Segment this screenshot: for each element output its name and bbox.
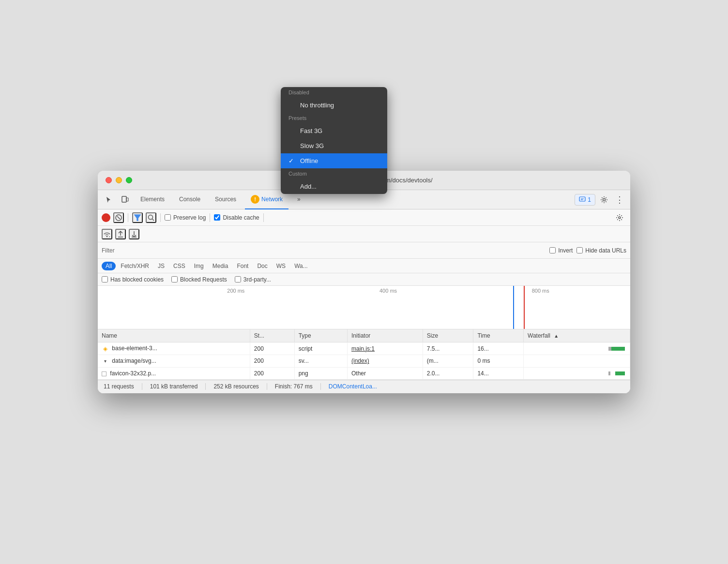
table-row[interactable]: ◈ base-element-3... 200 script main.js:1… — [98, 342, 630, 355]
invert-checkbox[interactable] — [549, 247, 556, 253]
col-type[interactable]: Type — [294, 329, 347, 342]
search-button[interactable] — [146, 212, 156, 223]
cell-type-2: sv... — [294, 355, 347, 368]
finish-time: Finish: 767 ms — [275, 383, 313, 390]
cell-initiator-1: main.js:1 — [348, 342, 423, 355]
cell-waterfall-2 — [524, 355, 630, 368]
col-time[interactable]: Time — [473, 329, 524, 342]
waterfall-bar-green-3 — [615, 371, 625, 375]
close-button[interactable] — [106, 177, 112, 183]
throttle-settings-button[interactable] — [613, 211, 626, 224]
svg-point-11 — [619, 217, 621, 219]
download-icon[interactable] — [129, 229, 139, 239]
devtools-window: DevTools - developer.chrome.com/docs/dev… — [98, 171, 630, 393]
domcontent-loaded[interactable]: DOMContentLoa... — [329, 383, 377, 390]
filter-bar: Filter Invert Hide data URLs — [98, 242, 630, 259]
minimize-button[interactable] — [116, 177, 122, 183]
settings-button[interactable] — [597, 193, 611, 207]
upload-icon[interactable] — [115, 229, 126, 239]
type-btn-all[interactable]: All — [102, 262, 116, 270]
resources-size: 252 kB resources — [213, 383, 258, 390]
hide-data-urls-checkbox[interactable] — [576, 247, 583, 253]
has-blocked-cookies-checkbox[interactable] — [102, 276, 108, 282]
cell-initiator-2: (index) — [348, 355, 423, 368]
network-table: Name St... Type Initiator Size — [98, 329, 630, 380]
toolbar-separator3 — [210, 213, 210, 222]
wifi-settings-icon[interactable] — [102, 229, 112, 239]
timeline-labels: 200 ms 400 ms 800 ms — [98, 286, 630, 296]
filter-label: Filter — [102, 247, 115, 254]
svg-point-5 — [603, 198, 606, 201]
invert-label[interactable]: Invert — [549, 247, 573, 254]
type-btn-css[interactable]: CSS — [169, 262, 189, 270]
blocked-requests-label[interactable]: Blocked Requests — [171, 276, 227, 283]
type-btn-js[interactable]: JS — [154, 262, 168, 270]
type-btn-font[interactable]: Font — [233, 262, 252, 270]
add-label: Add... — [300, 183, 317, 190]
preserve-log-label[interactable]: Preserve log — [165, 214, 206, 221]
col-size[interactable]: Size — [423, 329, 473, 342]
record-button[interactable] — [102, 213, 110, 222]
type-btn-img[interactable]: Img — [190, 262, 208, 270]
type-btn-wa[interactable]: Wa... — [290, 262, 312, 270]
svg-rect-0 — [122, 196, 126, 202]
cell-status-2: 200 — [250, 355, 294, 368]
disable-cache-label[interactable]: Disable cache — [214, 214, 259, 221]
feedback-button[interactable]: 1 — [575, 194, 595, 206]
blocked-row: Has blocked cookies Blocked Requests 3rd… — [98, 273, 630, 286]
waterfall-bar-gray-3 — [608, 371, 610, 375]
cell-type-1: script — [294, 342, 347, 355]
blocked-requests-checkbox[interactable] — [171, 276, 178, 282]
initiator-link-2[interactable]: (index) — [351, 357, 369, 364]
timeline-label-200ms: 200 ms — [160, 288, 312, 294]
timeline-vline-red — [524, 286, 525, 329]
timeline-vline-blue — [513, 286, 514, 329]
initiator-link-1[interactable]: main.js:1 — [351, 345, 375, 352]
third-party-label[interactable]: 3rd-party... — [235, 276, 271, 283]
dropdown-header-custom-text: Custom — [288, 171, 307, 177]
third-party-checkbox[interactable] — [235, 276, 241, 282]
svg-line-10 — [152, 219, 154, 221]
type-filter-bar: All Fetch/XHR JS CSS Img Media Font Doc … — [98, 259, 630, 273]
status-separator-4 — [320, 383, 321, 390]
type-btn-media[interactable]: Media — [209, 262, 232, 270]
type-btn-doc[interactable]: Doc — [253, 262, 271, 270]
cell-name-1: ◈ base-element-3... — [98, 342, 250, 355]
more-icon: ⋮ — [615, 194, 624, 205]
cell-size-2: (m... — [423, 355, 473, 368]
timeline-area: 200 ms 400 ms 800 ms — [98, 286, 630, 329]
hide-data-urls-label[interactable]: Hide data URLs — [576, 247, 626, 254]
table-header-row: Name St... Type Initiator Size — [98, 329, 630, 342]
svg-line-7 — [117, 216, 120, 219]
cell-name-2: ▾ data:image/svg... — [98, 355, 250, 368]
table-row[interactable]: ▾ data:image/svg... 200 sv... (index) (m… — [98, 355, 630, 368]
initiator-text-3: Other — [351, 370, 366, 377]
dropdown-item-add[interactable]: Add... — [281, 179, 387, 194]
device-icon[interactable] — [118, 193, 132, 207]
preserve-log-checkbox[interactable] — [165, 214, 171, 221]
status-separator-2 — [205, 383, 206, 390]
disable-cache-checkbox[interactable] — [214, 214, 220, 221]
cursor-icon[interactable] — [102, 193, 115, 207]
table-row[interactable]: favicon-32x32.p... 200 png Other 2.0... … — [98, 367, 630, 379]
col-initiator[interactable]: Initiator — [348, 329, 423, 342]
waterfall-bars-2 — [528, 358, 626, 364]
tab-sources[interactable]: Sources — [209, 190, 242, 209]
cell-initiator-3: Other — [348, 367, 423, 379]
more-button[interactable]: ⋮ — [613, 193, 626, 207]
tab-console[interactable]: Console — [173, 190, 206, 209]
filter-button[interactable] — [132, 212, 143, 223]
col-waterfall[interactable]: Waterfall ▲ — [524, 329, 630, 342]
col-name[interactable]: Name — [98, 329, 250, 342]
type-btn-ws[interactable]: WS — [273, 262, 289, 270]
maximize-button[interactable] — [126, 177, 132, 183]
requests-table: Name St... Type Initiator Size — [98, 329, 630, 380]
col-status[interactable]: St... — [250, 329, 294, 342]
clear-button[interactable] — [113, 212, 124, 223]
type-btn-fetchxhr[interactable]: Fetch/XHR — [117, 262, 153, 270]
traffic-lights — [106, 177, 132, 183]
has-blocked-cookies-label[interactable]: Has blocked cookies — [102, 276, 164, 283]
tab-elements[interactable]: Elements — [135, 190, 170, 209]
cell-time-1: 16... — [473, 342, 524, 355]
timeline-label-400ms: 400 ms — [312, 288, 465, 294]
